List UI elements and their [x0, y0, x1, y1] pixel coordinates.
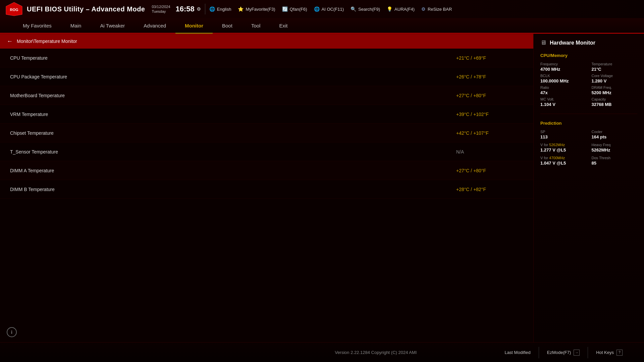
stat-label: Frequency: [540, 62, 586, 66]
stat-label: Core Voltage: [592, 74, 638, 78]
temp-label: MotherBoard Temperature: [10, 93, 456, 98]
prediction-5262mhz: V for 5262MHz 1.277 V @L5 Heavy Freq 526…: [540, 143, 637, 153]
stat-label: MC Volt.: [540, 97, 586, 101]
back-button[interactable]: ←: [7, 38, 13, 45]
datetime-area: 03/12/2024 Tuesday: [152, 4, 170, 14]
info-button[interactable]: i: [7, 327, 17, 337]
stat-value: 5200 MHz: [592, 90, 638, 95]
cpu-memory-section-title: CPU/Memory: [540, 53, 637, 58]
sidebar-divider: [540, 114, 637, 114]
stat-label: SP: [540, 130, 586, 134]
nav-tool[interactable]: Tool: [242, 18, 270, 34]
stat-label: Ratio: [540, 85, 586, 89]
stat-label: V for 5262MHz: [540, 143, 586, 147]
stat-value: 1.280 V: [592, 78, 638, 83]
toolbar-english[interactable]: 🌐 English: [209, 6, 231, 12]
settings-icon[interactable]: ⚙: [197, 6, 201, 12]
hot-keys-button[interactable]: Hot Keys ?: [588, 347, 631, 358]
stat-cooler: Cooler 164 pts: [592, 130, 638, 139]
toolbar-aura[interactable]: 💡 AURA(F4): [387, 6, 415, 12]
stat-value: 21°C: [592, 67, 638, 72]
temp-value: +27°C / +80°F: [456, 93, 523, 98]
breadcrumb: Monitor\Temperature Monitor: [17, 39, 77, 44]
time-display: 16:58 ⚙: [176, 5, 201, 13]
temp-label: VRM Temperature: [10, 112, 456, 117]
toolbar-qfan[interactable]: 🔄 Qfan(F6): [282, 6, 307, 12]
cpu-stats-grid: Frequency 4700 MHz Temperature 21°C BCLK…: [540, 62, 637, 107]
stat-dos-thresh: Dos Thresh 85: [592, 156, 638, 166]
toolbar-myfavorite[interactable]: ⭐ MyFavorite(F3): [238, 6, 275, 12]
stat-label: Capacity: [592, 97, 638, 101]
stat-label: Heavy Freq: [592, 143, 638, 147]
stat-value: 1.277 V @L5: [540, 147, 586, 153]
table-row: Chipset Temperature +42°C / +107°F: [0, 124, 533, 142]
temp-value: N/A: [456, 149, 523, 155]
stat-value: 47x: [540, 90, 586, 95]
table-row: DIMM A Temperature +27°C / +80°F: [0, 161, 533, 180]
temp-value: +28°C / +82°F: [456, 187, 523, 192]
temp-label: T_Sensor Temperature: [10, 149, 456, 155]
toolbar: 🌐 English ⭐ MyFavorite(F3) 🔄 Qfan(F6) 🌐 …: [209, 6, 639, 12]
nav-advanced[interactable]: Advanced: [134, 18, 175, 34]
toolbar-aioc[interactable]: 🌐 AI OC(F11): [314, 6, 344, 12]
prediction-section-title: Prediction: [540, 121, 637, 126]
stat-value: 100.0000 MHz: [540, 78, 586, 83]
nav-main[interactable]: Main: [61, 18, 91, 34]
stat-heavy-freq: Heavy Freq 5262MHz: [592, 143, 638, 153]
stat-sp: SP 113: [540, 130, 586, 139]
hardware-monitor-sidebar: 🖥 Hardware Monitor CPU/Memory Frequency …: [533, 34, 644, 342]
date-display: 03/12/2024 Tuesday: [152, 4, 170, 14]
search-icon: 🔍: [351, 6, 356, 12]
table-row: DIMM B Temperature +28°C / +82°F: [0, 180, 533, 199]
logo-area: ROG UEFI BIOS Utility – Advanced Mode: [5, 2, 145, 16]
bios-title: UEFI BIOS Utility – Advanced Mode: [27, 5, 145, 13]
nav-my-favorites[interactable]: My Favorites: [13, 18, 61, 34]
stat-label: BCLK: [540, 74, 586, 78]
stat-dram-freq: DRAM Freq. 5200 MHz: [592, 85, 638, 95]
table-row: CPU Temperature +21°C / +69°F: [0, 49, 533, 67]
last-modified-button[interactable]: Last Modified: [496, 347, 538, 358]
temp-label: CPU Package Temperature: [10, 74, 456, 79]
nav-exit[interactable]: Exit: [270, 18, 297, 34]
table-row: MotherBoard Temperature +27°C / +80°F: [0, 86, 533, 105]
hot-keys-label: Hot Keys: [596, 350, 614, 355]
toolbar-search[interactable]: 🔍 Search(F9): [351, 6, 380, 12]
globe-icon: 🌐: [209, 6, 215, 12]
table-row: T_Sensor Temperature N/A: [0, 142, 533, 161]
sidebar-title: Hardware Monitor: [550, 40, 595, 46]
nav-bar: My Favorites Main Ai Tweaker Advanced Mo…: [0, 18, 644, 34]
nav-boot[interactable]: Boot: [213, 18, 242, 34]
stat-v-5262: V for 5262MHz 1.277 V @L5: [540, 143, 586, 153]
prediction-sp-cooler: SP 113 Cooler 164 pts: [540, 130, 637, 139]
temp-value: +26°C / +78°F: [456, 74, 523, 79]
stat-value: 5262MHz: [592, 147, 638, 153]
breadcrumb-bar: ← Monitor\Temperature Monitor: [0, 34, 533, 49]
resize-icon: ⚙: [421, 6, 426, 12]
stat-value: 1.104 V: [540, 102, 586, 107]
nav-ai-tweaker[interactable]: Ai Tweaker: [91, 18, 134, 34]
stat-capacity: Capacity 32768 MB: [592, 97, 638, 107]
prediction-section: Prediction SP 113 Cooler 164 pts V for 5…: [540, 119, 637, 169]
ez-mode-button[interactable]: EzMode(F7) →: [539, 347, 588, 358]
temp-label: Chipset Temperature: [10, 130, 456, 136]
divider: [205, 4, 205, 14]
stat-value: 113: [540, 134, 586, 139]
aura-icon: 💡: [387, 6, 392, 12]
sidebar-header: 🖥 Hardware Monitor: [540, 39, 637, 46]
stat-value: 164 pts: [592, 134, 638, 139]
temp-label: DIMM B Temperature: [10, 187, 456, 192]
ez-mode-icon: →: [574, 350, 580, 356]
table-row: CPU Package Temperature +26°C / +78°F: [0, 67, 533, 86]
stat-label: Dos Thresh: [592, 156, 638, 160]
last-modified-label: Last Modified: [504, 350, 530, 355]
toolbar-resizebar[interactable]: ⚙ ReSize BAR: [421, 6, 452, 12]
stat-ratio: Ratio 47x: [540, 85, 586, 95]
footer-right: Last Modified EzMode(F7) → Hot Keys ?: [496, 347, 631, 358]
stat-value: 4700 MHz: [540, 67, 586, 72]
fan-icon: 🔄: [282, 6, 288, 12]
prediction-4700mhz: V for 4700MHz 1.047 V @L5 Dos Thresh 85: [540, 156, 637, 166]
stat-bclk: BCLK 100.0000 MHz: [540, 74, 586, 83]
stat-label: Cooler: [592, 130, 638, 134]
nav-monitor[interactable]: Monitor: [175, 18, 213, 34]
main-layout: ← Monitor\Temperature Monitor CPU Temper…: [0, 34, 644, 342]
